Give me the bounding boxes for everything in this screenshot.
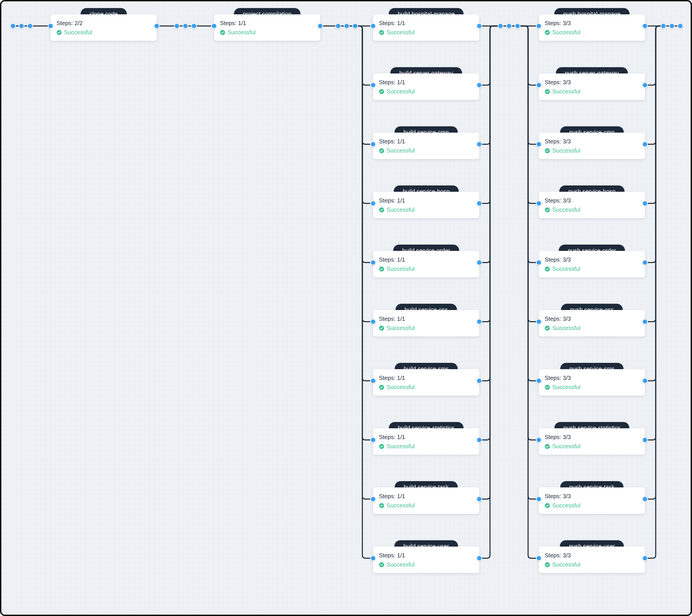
pipeline-port — [370, 141, 376, 147]
stage-card[interactable]: Steps: 3/3 Successful — [539, 487, 645, 514]
pipeline-port — [642, 200, 648, 206]
stage-card[interactable]: Steps: 2/2 Successful — [50, 14, 157, 41]
stage-card[interactable]: Steps: 1/1 Successful — [373, 14, 479, 41]
stage-steps: Steps: 3/3 — [545, 493, 639, 500]
stage-status: Successful — [545, 384, 639, 391]
stage-card[interactable]: Steps: 3/3 Successful — [539, 73, 645, 100]
stage-status: Successful — [379, 502, 473, 509]
pipeline-port — [642, 555, 648, 561]
success-check-icon — [379, 444, 384, 449]
success-check-icon — [545, 148, 550, 153]
stage-steps: Steps: 1/1 — [379, 434, 473, 441]
stage-card[interactable]: Steps: 3/3 Successful — [539, 133, 645, 159]
stage-status: Successful — [545, 206, 639, 213]
pipeline-port — [370, 378, 376, 384]
stage-status-text: Successful — [387, 265, 415, 272]
stage-steps: Steps: 3/3 — [545, 375, 639, 381]
success-check-icon — [545, 444, 550, 449]
stage-card[interactable]: Steps: 3/3 Successful — [539, 192, 645, 218]
stage-status-text: Successful — [387, 147, 415, 154]
stage-card[interactable]: Steps: 1/1 Successful — [373, 369, 479, 396]
stage-status-text: Successful — [387, 29, 415, 36]
stage-card[interactable]: Steps: 3/3 Successful — [539, 428, 645, 455]
stage-status: Successful — [379, 29, 473, 36]
stage-status-text: Successful — [552, 88, 581, 95]
success-check-icon — [379, 207, 384, 213]
stage-steps: Steps: 3/3 — [545, 197, 639, 204]
success-check-icon — [545, 207, 550, 213]
pipeline-port — [515, 23, 520, 29]
pipeline-port — [476, 496, 482, 502]
stage-card[interactable]: Steps: 3/3 Successful — [539, 369, 645, 396]
stage-card[interactable]: Steps: 3/3 Successful — [539, 251, 645, 277]
success-check-icon — [379, 89, 384, 94]
pipeline-canvas: clone codeSteps: 2/2 Successfulproject c… — [0, 0, 692, 616]
success-check-icon — [545, 325, 550, 331]
success-check-icon — [545, 30, 550, 35]
pipeline-port — [536, 23, 542, 29]
stage-status: Successful — [379, 561, 473, 568]
pipeline-port — [10, 23, 16, 29]
pipeline-port — [536, 200, 542, 206]
pipeline-port — [370, 260, 376, 265]
stage-status: Successful — [379, 384, 473, 391]
stage-status-text: Successful — [552, 502, 581, 509]
stage-status: Successful — [379, 324, 473, 332]
pipeline-port — [370, 82, 376, 88]
stage-status-text: Successful — [552, 443, 581, 450]
stage-card[interactable]: Steps: 1/1 Successful — [373, 547, 479, 573]
pipeline-port — [536, 496, 542, 502]
pipeline-port — [498, 23, 503, 29]
stage-steps: Steps: 1/1 — [379, 375, 473, 381]
stage-status-text: Successful — [552, 29, 581, 36]
success-check-icon — [57, 30, 62, 35]
success-check-icon — [379, 266, 384, 272]
stage-steps: Steps: 3/3 — [545, 256, 639, 263]
success-check-icon — [545, 503, 550, 508]
success-check-icon — [379, 148, 384, 153]
pipeline-port — [642, 260, 648, 265]
stage-card[interactable]: Steps: 1/1 Successful — [373, 428, 479, 455]
stage-status: Successful — [545, 502, 639, 509]
stage-card[interactable]: Steps: 1/1 Successful — [373, 192, 479, 218]
pipeline-port — [182, 23, 188, 29]
stage-status: Successful — [379, 206, 473, 213]
pipeline-port — [174, 23, 180, 29]
stage-card[interactable]: Steps: 3/3 Successful — [539, 310, 645, 337]
pipeline-port — [476, 378, 482, 384]
stage-card[interactable]: Steps: 1/1 Successful — [373, 251, 479, 277]
stage-card[interactable]: Steps: 1/1 Successful — [373, 133, 479, 159]
pipeline-port — [677, 23, 683, 29]
pipeline-port — [211, 23, 217, 29]
stage-status: Successful — [545, 29, 639, 36]
stage-card[interactable]: Steps: 3/3 Successful — [539, 14, 645, 41]
stage-steps: Steps: 1/1 — [379, 197, 473, 204]
stage-status-text: Successful — [552, 206, 581, 213]
success-check-icon — [379, 385, 384, 390]
pipeline-port — [536, 555, 542, 561]
pipeline-port — [642, 437, 648, 443]
stage-status: Successful — [545, 324, 639, 332]
stage-steps: Steps: 1/1 — [220, 20, 315, 27]
pipeline-port — [476, 23, 482, 29]
stage-card[interactable]: Steps: 3/3 Successful — [539, 547, 645, 573]
pipeline-port — [536, 378, 542, 384]
stage-steps: Steps: 1/1 — [379, 315, 473, 322]
stage-card[interactable]: Steps: 1/1 Successful — [373, 487, 479, 514]
stage-card[interactable]: Steps: 1/1 Successful — [373, 73, 479, 100]
stage-status: Successful — [379, 443, 473, 450]
pipeline-port — [642, 23, 648, 29]
stage-card[interactable]: Steps: 1/1 Successful — [373, 310, 479, 337]
pipeline-port — [642, 141, 648, 147]
stage-status-text: Successful — [552, 324, 581, 332]
pipeline-port — [476, 437, 482, 443]
success-check-icon — [545, 266, 550, 272]
stage-status: Successful — [379, 147, 473, 154]
stage-status-text: Successful — [552, 561, 581, 568]
stage-status: Successful — [57, 29, 151, 36]
stage-steps: Steps: 3/3 — [545, 315, 639, 322]
stage-card[interactable]: Steps: 1/1 Successful — [214, 14, 320, 41]
stage-steps: Steps: 3/3 — [545, 434, 639, 441]
stage-status-text: Successful — [387, 443, 415, 450]
stage-steps: Steps: 1/1 — [379, 256, 473, 263]
